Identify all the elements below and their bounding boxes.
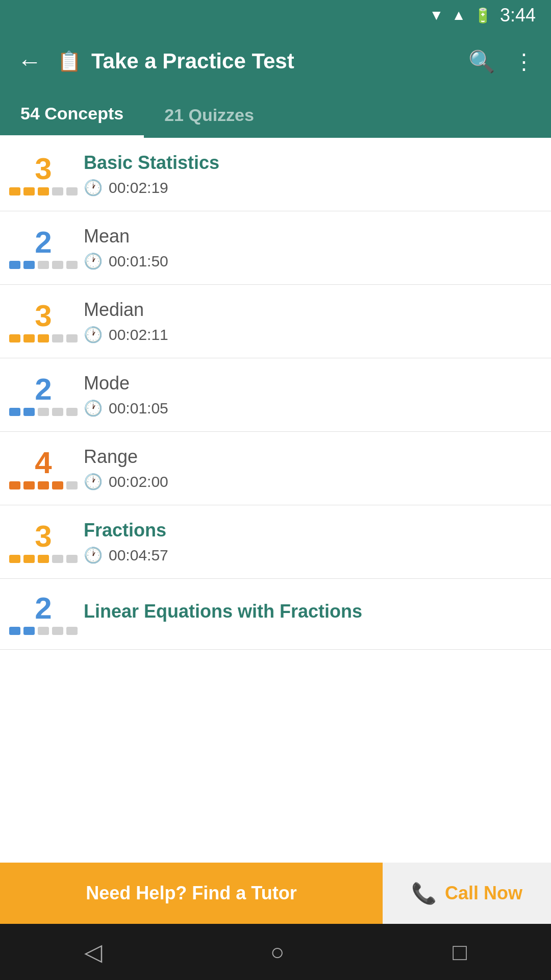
time-value: 00:01:50 — [109, 253, 168, 270]
item-title: Basic Statistics — [84, 152, 536, 174]
call-now-button[interactable]: 📞 Call Now — [383, 863, 551, 924]
score-dot — [66, 627, 78, 635]
app-bar: ← 📋 Take a Practice Test 🔍 ⋮ — [0, 31, 551, 92]
score-dot — [52, 555, 63, 563]
score-dot — [23, 481, 35, 489]
bottom-banner: Need Help? Find a Tutor 📞 Call Now — [0, 863, 551, 924]
clock-icon: 🕐 — [84, 179, 103, 197]
score-dot — [66, 481, 78, 489]
item-title: Mean — [84, 226, 536, 247]
score-dot — [23, 261, 35, 269]
score-number: 3 — [35, 521, 52, 552]
list-item[interactable]: 2Linear Equations with Fractions — [0, 579, 551, 650]
item-info: Range🕐00:02:00 — [84, 446, 536, 491]
item-info: Fractions🕐00:04:57 — [84, 520, 536, 564]
more-button[interactable]: ⋮ — [509, 45, 539, 78]
clock-icon: 🕐 — [84, 399, 103, 417]
score-number: 2 — [35, 593, 52, 624]
signal-icon: ▲ — [452, 7, 466, 23]
score-dots — [9, 627, 78, 635]
score-dot — [23, 627, 35, 635]
item-time: 🕐00:01:05 — [84, 399, 536, 417]
score-dot — [66, 334, 78, 342]
score-dot — [52, 334, 63, 342]
clock-icon: 🕐 — [84, 252, 103, 270]
call-now-text: Call Now — [445, 883, 522, 904]
score-dot — [38, 627, 49, 635]
list-item[interactable]: 2Mode🕐00:01:05 — [0, 358, 551, 432]
item-time: 🕐00:04:57 — [84, 546, 536, 564]
score-dot — [9, 627, 20, 635]
time-value: 00:02:00 — [109, 473, 168, 491]
tab-bar: 54 Concepts 21 Quizzes — [0, 92, 551, 138]
score-badge: 3 — [15, 521, 71, 563]
back-button[interactable]: ← — [12, 42, 47, 81]
score-dot — [38, 408, 49, 416]
score-badge: 4 — [15, 448, 71, 489]
score-dot — [9, 555, 20, 563]
find-tutor-text: Need Help? Find a Tutor — [86, 883, 296, 904]
bottom-nav: ◁ ○ □ — [0, 924, 551, 980]
app-bar-title: Take a Practice Test — [91, 49, 454, 74]
score-number: 3 — [35, 301, 52, 331]
score-dot — [66, 261, 78, 269]
clock-icon: 🕐 — [84, 326, 103, 344]
list-item[interactable]: 3Basic Statistics🕐00:02:19 — [0, 138, 551, 211]
list-item[interactable]: 3Median🕐00:02:11 — [0, 285, 551, 358]
nav-back-button[interactable]: ◁ — [79, 933, 107, 971]
score-dots — [9, 481, 78, 489]
item-time: 🕐00:02:00 — [84, 473, 536, 491]
time-value: 00:04:57 — [109, 547, 168, 564]
time-value: 00:02:19 — [109, 179, 168, 197]
find-tutor-button[interactable]: Need Help? Find a Tutor — [0, 863, 383, 924]
battery-icon: 🔋 — [474, 7, 492, 24]
phone-icon: 📞 — [411, 881, 437, 905]
nav-recent-button[interactable]: □ — [447, 933, 472, 971]
item-title: Mode — [84, 373, 536, 394]
score-dot — [38, 481, 49, 489]
item-info: Mode🕐00:01:05 — [84, 373, 536, 417]
score-number: 2 — [35, 227, 52, 258]
score-number: 3 — [35, 154, 52, 184]
nav-home-button[interactable]: ○ — [265, 933, 290, 971]
score-dots — [9, 187, 78, 195]
score-dot — [66, 555, 78, 563]
score-dot — [9, 187, 20, 195]
score-dot — [52, 261, 63, 269]
item-info: Linear Equations with Fractions — [84, 601, 536, 627]
tab-concepts[interactable]: 54 Concepts — [0, 92, 144, 138]
item-title: Fractions — [84, 520, 536, 541]
score-dot — [66, 187, 78, 195]
score-number: 4 — [35, 448, 52, 478]
score-dot — [23, 408, 35, 416]
search-button[interactable]: 🔍 — [464, 45, 499, 78]
item-info: Basic Statistics🕐00:02:19 — [84, 152, 536, 197]
time-value: 00:01:05 — [109, 400, 168, 417]
score-dot — [52, 481, 63, 489]
score-dot — [9, 334, 20, 342]
list-item[interactable]: 2Mean🕐00:01:50 — [0, 211, 551, 285]
status-bar: ▼ ▲ 🔋 3:44 — [0, 0, 551, 31]
list-item[interactable]: 4Range🕐00:02:00 — [0, 432, 551, 505]
clock-icon: 🕐 — [84, 546, 103, 564]
list-item[interactable]: 3Fractions🕐00:04:57 — [0, 505, 551, 579]
tab-quizzes[interactable]: 21 Quizzes — [144, 92, 274, 138]
score-badge: 3 — [15, 301, 71, 342]
score-dot — [38, 187, 49, 195]
wifi-icon: ▼ — [429, 7, 443, 23]
score-dots — [9, 334, 78, 342]
score-badge: 2 — [15, 374, 71, 416]
score-dot — [52, 187, 63, 195]
item-info: Median🕐00:02:11 — [84, 299, 536, 344]
score-dot — [23, 334, 35, 342]
item-title: Median — [84, 299, 536, 321]
item-time: 🕐00:02:11 — [84, 326, 536, 344]
item-time: 🕐00:01:50 — [84, 252, 536, 270]
item-title: Range — [84, 446, 536, 468]
clock-icon: 🕐 — [84, 473, 103, 491]
item-info: Mean🕐00:01:50 — [84, 226, 536, 270]
page-icon: 📋 — [57, 50, 81, 72]
item-title: Linear Equations with Fractions — [84, 601, 536, 622]
score-dot — [23, 187, 35, 195]
app-bar-actions: 🔍 ⋮ — [464, 45, 539, 78]
